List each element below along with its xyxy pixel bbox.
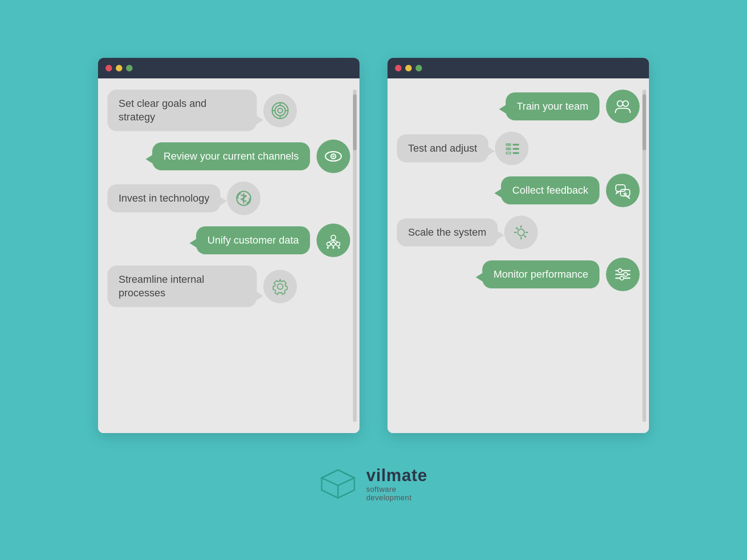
bubble-review-channels: Review your current channels (152, 142, 310, 171)
list-item: Train your team (397, 90, 640, 123)
left-titlebar (98, 58, 359, 78)
dot-yellow-right (405, 65, 412, 71)
bubble-train-team: Train your team (506, 92, 599, 121)
dot-red-right (395, 65, 402, 71)
bubble-text: Streamline internal processes (119, 273, 204, 299)
right-window: Train your team Test and adjust (388, 58, 649, 433)
list-item: Collect feedback (397, 174, 640, 207)
dot-green-left (126, 65, 133, 71)
svg-point-18 (327, 247, 329, 249)
bubble-text: Test and adjust (408, 142, 477, 154)
left-scrollbar-thumb[interactable] (353, 94, 357, 150)
dollar-icon-circle (227, 182, 261, 215)
list-item: Review your current channels (107, 140, 350, 173)
right-scrollbar[interactable] (642, 90, 646, 422)
svg-point-26 (623, 101, 628, 106)
svg-rect-27 (513, 144, 519, 146)
list-item: Test and adjust (397, 132, 640, 165)
dot-green-right (416, 65, 422, 71)
gear-icon-circle (263, 270, 297, 303)
checklist-icon-circle (495, 132, 529, 165)
left-window-body: Set clear goals and strategy (98, 78, 359, 433)
bubble-text: Unify customer data (207, 234, 299, 246)
svg-point-12 (327, 242, 331, 246)
sliders-icon-circle (606, 258, 640, 291)
logo-area: vilmate softwaredevelopment (319, 466, 427, 502)
bubble-monitor: Monitor performance (482, 260, 599, 289)
left-scrollbar[interactable] (353, 90, 357, 422)
dot-yellow-left (116, 65, 122, 71)
logo-text: vilmate softwaredevelopment (366, 466, 427, 502)
svg-point-11 (331, 235, 336, 240)
right-window-body: Train your team Test and adjust (388, 78, 649, 433)
svg-point-1 (275, 105, 285, 116)
svg-point-13 (336, 242, 340, 246)
target-icon-circle (263, 94, 297, 127)
main-area: Set clear goals and strategy (98, 58, 649, 433)
svg-marker-37 (623, 191, 627, 196)
svg-point-54 (624, 273, 627, 276)
svg-point-24 (277, 284, 283, 289)
svg-marker-58 (322, 470, 354, 485)
svg-marker-46 (527, 231, 529, 233)
network-icon-circle (317, 224, 350, 257)
list-item: Scale the system (397, 216, 640, 249)
bubble-text: Monitor performance (493, 268, 588, 280)
svg-point-14 (331, 242, 335, 246)
svg-rect-33 (506, 152, 511, 154)
svg-marker-44 (514, 231, 515, 233)
svg-point-9 (332, 155, 334, 157)
bubble-collect-feedback: Collect feedback (501, 176, 599, 205)
svg-point-52 (618, 269, 622, 273)
list-item: Unify customer data (107, 224, 350, 257)
bubble-text: Collect feedback (512, 184, 588, 196)
svg-point-38 (518, 229, 524, 236)
list-item: Monitor performance (397, 258, 640, 291)
bubble-text: Review your current channels (163, 150, 299, 162)
bubble-streamline: Streamline internal processes (107, 266, 257, 307)
svg-point-20 (338, 247, 340, 249)
people-icon-circle (606, 90, 640, 123)
bulb-icon-circle (504, 216, 538, 249)
dot-red-left (106, 65, 112, 71)
logo-icon (319, 468, 357, 500)
list-item: Set clear goals and strategy (107, 90, 350, 131)
svg-point-56 (620, 276, 624, 280)
right-scrollbar-thumb[interactable] (642, 94, 646, 150)
svg-point-25 (617, 101, 623, 106)
bubble-set-goals: Set clear goals and strategy (107, 90, 257, 131)
bubble-text: Invest in technology (119, 192, 209, 204)
svg-rect-28 (513, 148, 519, 150)
bubble-scale: Scale the system (397, 218, 498, 247)
left-window: Set clear goals and strategy (98, 58, 359, 433)
svg-marker-40 (520, 225, 522, 227)
bubble-text: Train your team (517, 100, 588, 112)
logo-subtitle: softwaredevelopment (366, 485, 427, 502)
bubble-invest: Invest in technology (107, 184, 220, 213)
bubble-text: Scale the system (408, 226, 486, 238)
svg-rect-34 (513, 152, 519, 154)
list-item: Invest in technology (107, 182, 350, 215)
svg-point-19 (332, 247, 334, 249)
svg-marker-42 (520, 238, 522, 240)
list-item: Streamline internal processes (107, 266, 350, 307)
svg-point-2 (278, 108, 282, 113)
bubble-unify: Unify customer data (196, 226, 310, 255)
logo-name: vilmate (366, 466, 427, 485)
right-titlebar (388, 58, 649, 78)
feedback-icon-circle (606, 174, 640, 207)
bubble-text: Set clear goals and strategy (119, 98, 206, 123)
eye-icon-circle (317, 140, 350, 173)
bubble-test-adjust: Test and adjust (397, 134, 488, 163)
